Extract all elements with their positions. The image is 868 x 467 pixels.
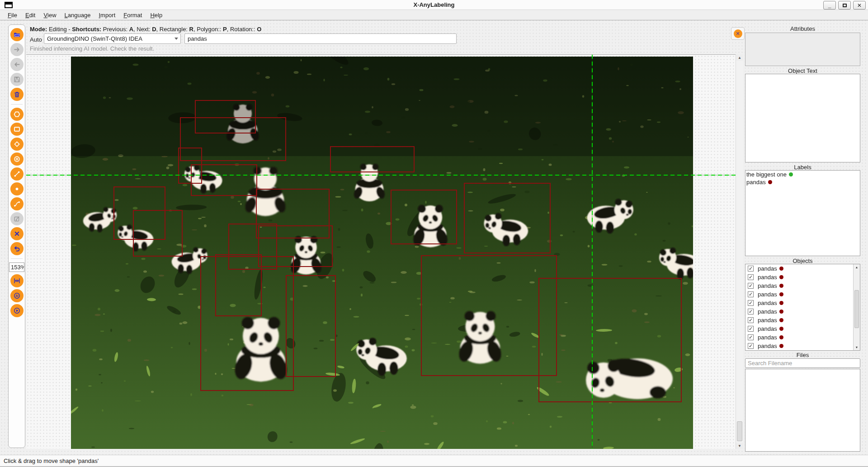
photo-pandas (71, 57, 693, 449)
object-text: pandas (758, 282, 777, 289)
annotation-bbox[interactable] (391, 190, 457, 244)
close-button[interactable]: ✕ (853, 1, 866, 10)
objects-scrollbar[interactable]: ▲ ▼ (853, 264, 860, 350)
object-item[interactable]: ✓pandas (745, 342, 860, 350)
canvas-vertical-scrollbar[interactable]: ▲ ▼ (736, 54, 743, 449)
status-bar: Click & drag to move shape 'pandas' (0, 455, 868, 466)
label-text: pandas (746, 179, 766, 186)
canvas-scrollbar-thumb[interactable] (737, 421, 742, 441)
x-icon (13, 230, 21, 238)
image-canvas[interactable] (26, 54, 736, 449)
object-checkbox[interactable]: ✓ (748, 291, 754, 297)
object-checkbox[interactable]: ✓ (748, 343, 754, 349)
object-color-dot (779, 275, 783, 279)
object-checkbox[interactable]: ✓ (748, 309, 754, 315)
floppy-icon (13, 76, 21, 83)
arrow-right-icon (13, 46, 21, 53)
scroll-down-icon[interactable]: ▼ (854, 344, 860, 350)
annotation-bbox[interactable] (191, 164, 257, 196)
menu-format[interactable]: Format (119, 10, 146, 20)
draw-line-button[interactable] (10, 167, 24, 181)
draw-rotation-button[interactable] (10, 138, 24, 151)
object-checkbox[interactable]: ✓ (748, 317, 754, 323)
object-item[interactable]: ✓pandas (745, 333, 860, 342)
prev-image-button (10, 58, 24, 71)
close-icon: ✕ (734, 29, 742, 38)
maximize-button[interactable] (838, 1, 851, 10)
title-bar: X-AnyLabeling _ ✕ (0, 0, 868, 10)
object-checkbox[interactable]: ✓ (748, 300, 754, 306)
draw-linestrip-button[interactable] (10, 197, 24, 210)
object-item[interactable]: ✓pandas (745, 316, 860, 324)
trash-icon (13, 91, 21, 98)
object-item[interactable]: ✓pandas (745, 290, 860, 299)
maximize-icon (843, 4, 847, 7)
object-item[interactable]: ✓pandas (745, 281, 860, 290)
object-checkbox[interactable]: ✓ (748, 274, 754, 280)
run-model-button[interactable] (10, 304, 24, 317)
annotation-bbox[interactable] (200, 256, 294, 391)
menu-edit[interactable]: Edit (21, 10, 39, 20)
ai-model-button[interactable]: AI (10, 289, 24, 302)
menu-language[interactable]: Language (61, 10, 95, 20)
object-item[interactable]: ✓pandas (745, 299, 860, 307)
annotation-bbox[interactable] (286, 275, 336, 377)
fit-width-button[interactable] (10, 274, 24, 287)
annotation-bbox[interactable] (464, 183, 551, 253)
object-text: pandas (758, 325, 777, 332)
menu-view[interactable]: View (39, 10, 60, 20)
toolbar-separator (11, 104, 23, 105)
close-auto-panel-button[interactable]: ✕ (731, 27, 745, 40)
annotation-bbox[interactable] (133, 210, 183, 257)
object-item[interactable]: ✓pandas (745, 307, 860, 316)
auto-label: Auto (30, 36, 42, 43)
label-item[interactable]: pandas (745, 178, 860, 186)
search-filename-input[interactable]: Search Filename (745, 358, 860, 368)
undo-button[interactable] (10, 242, 24, 255)
object-checkbox[interactable]: ✓ (748, 266, 754, 272)
object-item[interactable]: ✓pandas (745, 324, 860, 333)
window-controls: _ ✕ (823, 1, 866, 10)
draw-polygon-button[interactable] (10, 108, 24, 121)
object-checkbox[interactable]: ✓ (748, 283, 754, 289)
crosshair-vertical (592, 55, 593, 449)
scroll-up-icon[interactable]: ▲ (854, 264, 860, 270)
scroll-down-icon[interactable]: ▼ (736, 443, 743, 449)
object-color-dot (779, 292, 783, 296)
edit-icon (13, 215, 21, 223)
curve-icon (13, 200, 21, 208)
zoom-level-spinbox[interactable]: 153% (9, 262, 24, 272)
object-checkbox[interactable]: ✓ (748, 326, 754, 332)
scroll-up-icon[interactable]: ▲ (736, 54, 743, 61)
object-item[interactable]: ✓pandas (745, 273, 860, 281)
draw-rectangle-button[interactable] (10, 123, 24, 136)
object-text: pandas (758, 274, 777, 281)
open-file-button[interactable] (10, 28, 24, 41)
menu-help[interactable]: Help (146, 10, 166, 20)
left-toolbar: 153%AI (8, 24, 25, 448)
model-select-dropdown[interactable]: GroundingDINO (SwinT-QInt8) IDEA (44, 33, 181, 44)
object-text-area[interactable] (745, 74, 860, 162)
menu-file[interactable]: File (4, 10, 21, 20)
annotation-bbox[interactable] (538, 278, 682, 402)
annotation-bbox[interactable] (330, 146, 415, 172)
object-item[interactable]: ✓pandas (745, 264, 860, 273)
object-checkbox[interactable]: ✓ (748, 334, 754, 340)
files-list (745, 369, 860, 452)
label-item[interactable]: the biggest one (745, 171, 860, 178)
menu-import[interactable]: Import (94, 10, 119, 20)
draw-point-button[interactable] (10, 182, 24, 195)
prompt-input[interactable]: pandas (184, 33, 457, 44)
files-title: Files (745, 352, 860, 358)
delete-file-button[interactable] (10, 88, 24, 101)
line-icon (13, 170, 21, 178)
annotation-bbox[interactable] (421, 255, 557, 376)
object-text: pandas (758, 300, 777, 306)
labels-list: the biggest onepandas (745, 170, 860, 256)
minimize-button[interactable]: _ (823, 1, 836, 10)
draw-circle-button[interactable] (10, 152, 24, 166)
delete-object-button[interactable] (10, 227, 24, 240)
edit-object-button (10, 212, 24, 225)
object-item[interactable]: ✓pandas (745, 350, 860, 351)
objects-scrollbar-thumb[interactable] (854, 290, 859, 328)
